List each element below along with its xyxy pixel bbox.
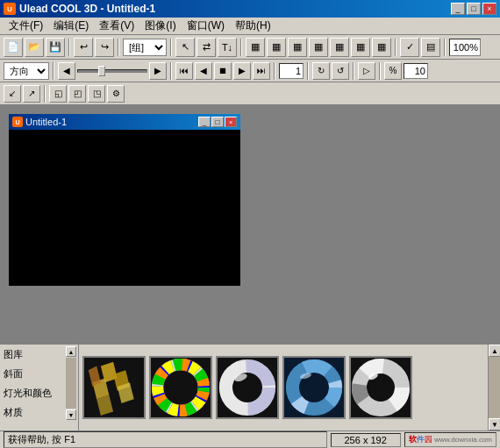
- child-minimize-button[interactable]: _: [198, 117, 211, 127]
- toolbar-sep-6: [444, 39, 446, 56]
- sidebar-item-bevel[interactable]: 斜面: [0, 364, 64, 383]
- sidebar-scroll-up[interactable]: ▲: [66, 346, 76, 357]
- toolbar2-sep-5: [353, 62, 354, 80]
- tool-6[interactable]: ▦: [288, 38, 307, 57]
- toolbar2-sep-3: [274, 62, 275, 80]
- toolbar-sep-5: [395, 39, 396, 56]
- zoom-input[interactable]: [449, 39, 481, 56]
- anim-next[interactable]: ⏭: [253, 62, 270, 80]
- sidebar-item-library[interactable]: 图库: [0, 345, 64, 364]
- vscroll-down-btn[interactable]: ▼: [489, 418, 500, 430]
- tool3-4[interactable]: ◰: [68, 85, 86, 103]
- menu-image[interactable]: 图像(I): [139, 17, 181, 35]
- menu-view[interactable]: 查看(V): [94, 17, 139, 35]
- tool3-3[interactable]: ◱: [49, 85, 67, 103]
- menu-bar: 文件(F) 编辑(E) 查看(V) 图像(I) 窗口(W) 帮助(H): [0, 18, 500, 35]
- thumbnail-4[interactable]: [282, 356, 346, 419]
- menu-edit[interactable]: 编辑(E): [48, 17, 94, 35]
- tool3-1[interactable]: ↙: [4, 85, 21, 103]
- sidebar-item-material[interactable]: 材质: [0, 402, 64, 422]
- tool3-5[interactable]: ◳: [88, 85, 105, 103]
- toolbar-1: 📄 📂 💾 ↩ ↪ [组] ↖ ⇄ T↓ ▦ ▦ ▦ ▦ ▦ ▦ ▦ ✓ ▤: [0, 35, 500, 60]
- close-button[interactable]: ×: [482, 3, 496, 15]
- menu-help[interactable]: 帮助(H): [230, 17, 276, 35]
- flip-btn[interactable]: ↺: [332, 62, 349, 80]
- anim-prev[interactable]: ⏮: [175, 62, 193, 80]
- tool-2[interactable]: ⇄: [196, 38, 216, 57]
- tool-12[interactable]: ▤: [421, 38, 440, 57]
- toolbar-sep-1: [68, 39, 70, 56]
- sidebar-scroll: ▲ ▼: [64, 345, 78, 422]
- tool-3[interactable]: T↓: [218, 38, 237, 57]
- thumbnail-5[interactable]: [349, 356, 412, 419]
- child-window: U Untitled-1 _ □ ×: [7, 112, 242, 288]
- status-message: 获得帮助, 按 F1: [4, 431, 327, 448]
- toolbar-2: 方向 ◀ ▶ ⏮ ◀ ⏹ ▶ ⏭ ↻ ↺ ▷ %: [0, 60, 500, 82]
- tool-8[interactable]: ▦: [330, 38, 349, 57]
- toolbar2-sep-6: [379, 62, 381, 80]
- tool-9[interactable]: ▦: [351, 38, 370, 57]
- toolbar-sep-3: [170, 39, 172, 56]
- anim-stop[interactable]: ⏹: [214, 62, 232, 80]
- tool-11[interactable]: ✓: [400, 38, 419, 57]
- save-button[interactable]: 💾: [46, 38, 65, 57]
- slider-left-btn[interactable]: ◀: [58, 62, 75, 80]
- toolbar-sep-2: [118, 39, 119, 56]
- canvas-area: U Untitled-1 _ □ ×: [0, 105, 500, 343]
- tool3-2[interactable]: ↗: [23, 85, 40, 103]
- app-icon: U: [4, 3, 16, 15]
- tool-4[interactable]: ▦: [246, 38, 265, 57]
- toolbar2-sep-1: [53, 62, 54, 80]
- tool-5[interactable]: ▦: [267, 38, 286, 57]
- toolbar3-sep-1: [44, 85, 46, 103]
- bottom-panel: 图库 斜面 灯光和颜色 材质 ▲ ▼: [0, 343, 500, 430]
- thumbnail-2[interactable]: [149, 356, 212, 419]
- sidebar-scroll-down[interactable]: ▼: [66, 409, 76, 420]
- anim-play-rev[interactable]: ◀: [195, 62, 212, 80]
- frame-input[interactable]: [279, 63, 304, 79]
- tool-10[interactable]: ▦: [372, 38, 391, 57]
- new-button[interactable]: 📄: [4, 38, 23, 57]
- maximize-button[interactable]: □: [467, 3, 481, 15]
- svg-point-24: [304, 377, 325, 399]
- thumbnail-3[interactable]: [216, 356, 279, 419]
- undo-button[interactable]: ↩: [74, 38, 93, 57]
- thumbnail-1[interactable]: [82, 356, 146, 419]
- toolbar-sep-4: [240, 39, 242, 56]
- child-title-bar: U Untitled-1 _ □ ×: [9, 114, 240, 130]
- thumbnails-vscroll: ▲ ▼: [488, 345, 500, 430]
- thumbnails-area: [79, 345, 488, 430]
- menu-window[interactable]: 窗口(W): [182, 17, 230, 35]
- slider-thumb[interactable]: [98, 66, 105, 76]
- vscroll-track[interactable]: [489, 357, 500, 418]
- slider-track[interactable]: [77, 69, 147, 73]
- tool3-6[interactable]: ⚙: [107, 85, 125, 103]
- open-button[interactable]: 📂: [25, 38, 44, 57]
- app-title: Ulead COOL 3D - Untitled-1: [19, 3, 155, 15]
- child-canvas: [9, 130, 240, 286]
- panel-sidebar: 图库 斜面 灯光和颜色 材质 ▲ ▼: [0, 345, 79, 430]
- tool-7[interactable]: ▦: [309, 38, 328, 57]
- direction-dropdown[interactable]: 方向: [4, 62, 49, 80]
- toolbar-3: ↙ ↗ ◱ ◰ ◳ ⚙: [0, 82, 500, 105]
- redo-button[interactable]: ↪: [95, 38, 114, 57]
- percent-btn[interactable]: %: [384, 62, 402, 80]
- vscroll-up-btn[interactable]: ▲: [489, 345, 500, 357]
- num-input-2[interactable]: [404, 63, 428, 79]
- svg-point-30: [372, 379, 390, 397]
- sidebar-item-light[interactable]: 灯光和颜色: [0, 383, 64, 402]
- svg-point-14: [169, 376, 192, 399]
- play-loop[interactable]: ▷: [358, 62, 375, 80]
- toolbar2-sep-4: [307, 62, 309, 80]
- tool-1[interactable]: ↖: [175, 38, 195, 57]
- child-close-button[interactable]: ×: [225, 117, 237, 127]
- group-dropdown[interactable]: [组]: [123, 39, 167, 56]
- minimize-button[interactable]: _: [451, 3, 465, 15]
- slider-right-btn[interactable]: ▶: [149, 62, 167, 80]
- menu-file[interactable]: 文件(F): [4, 17, 48, 35]
- child-maximize-button[interactable]: □: [211, 117, 224, 127]
- rotate-btn[interactable]: ↻: [312, 62, 330, 80]
- title-buttons: _ □ ×: [451, 3, 496, 15]
- anim-play[interactable]: ▶: [233, 62, 251, 80]
- title-bar: U Ulead COOL 3D - Untitled-1 _ □ ×: [0, 0, 500, 18]
